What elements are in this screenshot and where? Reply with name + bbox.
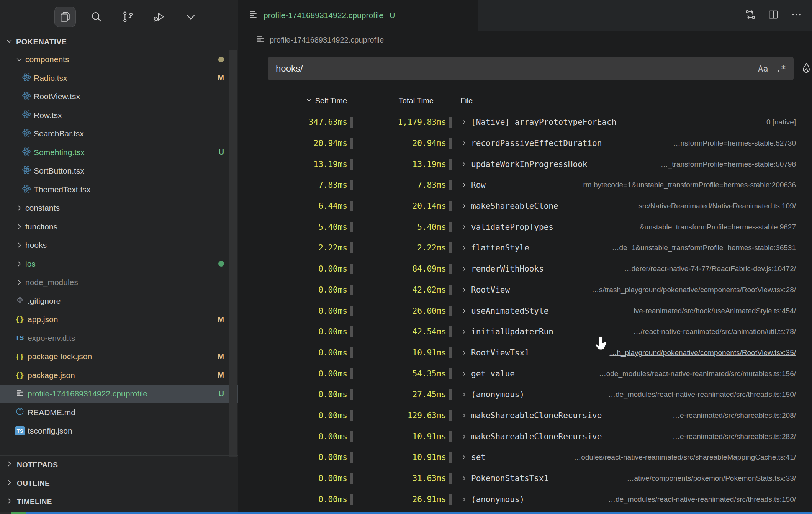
file-location-link[interactable]: …ive-reanimated/src/hook/useAnimatedStyl… <box>617 307 796 315</box>
table-row[interactable]: 13.19ms 13.19ms updateWorkInProgressHook… <box>238 154 812 175</box>
table-row[interactable]: 20.94ms 20.94ms recordPassiveEffectDurat… <box>238 133 812 154</box>
project-header[interactable]: POKENATIVE <box>0 34 238 50</box>
file-location-link[interactable]: …s/trash_playground/pokenative/component… <box>582 286 796 294</box>
table-row[interactable]: 0.00ms 26.91ms (anonymous) …de_modules/r… <box>238 489 812 510</box>
table-row[interactable]: 347.63ms 1,179.83ms [Native] arrayProtot… <box>238 112 812 133</box>
col-total-time[interactable]: Total Time <box>399 97 434 105</box>
tree-item[interactable]: SortButton.tsx <box>0 162 238 180</box>
table-row[interactable]: 0.00ms 26.00ms useAnimatedStyle …ive-rea… <box>238 300 812 321</box>
file-location-link[interactable]: …de=1&unstable_transformProfile=hermes-s… <box>602 244 796 252</box>
tree-item[interactable]: ThemedText.tsx <box>0 180 238 199</box>
panel-timeline[interactable]: TIMELINE <box>0 493 238 511</box>
col-file[interactable]: File <box>460 97 473 105</box>
expand-chevron-icon[interactable] <box>460 224 467 231</box>
sidebar-scrollbar[interactable] <box>229 50 237 457</box>
expand-chevron-icon[interactable] <box>460 412 467 419</box>
expand-chevron-icon[interactable] <box>460 286 467 293</box>
expand-chevron-icon[interactable] <box>460 182 467 188</box>
file-location-link[interactable]: …_transformProfile=hermes-stable:50798 <box>651 160 796 169</box>
tree-item[interactable]: {} app.json M <box>0 310 238 329</box>
tree-item[interactable]: node_modules <box>0 273 238 292</box>
tree-item[interactable]: TS expo-env.d.ts <box>0 329 238 348</box>
expand-chevron-icon[interactable] <box>460 496 467 503</box>
match-case-toggle[interactable]: Aa <box>758 64 768 74</box>
expand-chevron-icon[interactable] <box>460 244 467 251</box>
expand-chevron-icon[interactable] <box>460 391 467 398</box>
more-actions-icon[interactable] <box>791 9 802 22</box>
file-location-link[interactable]: …e-reanimated/src/shareables.ts:282/ <box>663 432 796 441</box>
tree-item[interactable]: Row.tsx <box>0 106 238 125</box>
more-views-icon[interactable] <box>180 7 201 27</box>
tree-item[interactable]: SearchBar.tsx <box>0 124 238 143</box>
search-icon[interactable] <box>86 7 107 27</box>
file-location-link[interactable]: …ode_modules/react-native-reanimated/src… <box>589 370 796 378</box>
split-editor-icon[interactable] <box>768 9 779 22</box>
file-location-link[interactable]: …nsformProfile=hermes-stable:52730 <box>663 139 796 147</box>
table-row[interactable]: 0.00ms 27.45ms (anonymous) …de_modules/r… <box>238 384 812 405</box>
panel-notepads[interactable]: NOTEPADS <box>0 455 238 474</box>
regex-toggle[interactable]: .* <box>776 64 786 74</box>
expand-chevron-icon[interactable] <box>460 370 467 377</box>
table-row[interactable]: 0.00ms 10.91ms makeShareableCloneRecursi… <box>238 426 812 447</box>
table-row[interactable]: 0.00ms 26.91ms executeOnUIRuntimeSync …a… <box>238 510 812 512</box>
tree-item[interactable]: profile-1741689314922.cpuprofile U <box>0 385 238 403</box>
tree-item[interactable]: functions <box>0 218 238 236</box>
table-row[interactable]: 0.00ms 42.54ms initialUpdaterRun …/react… <box>238 321 812 342</box>
expand-chevron-icon[interactable] <box>460 454 467 461</box>
tree-item[interactable]: components <box>0 50 238 69</box>
file-location-link[interactable]: …h_playground/pokenative/components/Root… <box>599 349 796 357</box>
tree-item[interactable]: TS tsconfig.json <box>0 422 238 440</box>
tree-item[interactable]: constants <box>0 199 238 218</box>
tree-item[interactable]: hooks <box>0 236 238 255</box>
search-input[interactable]: hooks/ Aa .* <box>268 57 794 80</box>
file-location-link[interactable]: …rm.bytecode=1&unstable_transformProfile… <box>566 181 796 189</box>
source-control-icon[interactable] <box>117 7 139 27</box>
table-row[interactable]: 7.83ms 7.83ms Row …rm.bytecode=1&unstabl… <box>238 175 812 196</box>
table-row[interactable]: 0.00ms 129.63ms makeShareableCloneRecurs… <box>238 405 812 426</box>
expand-chevron-icon[interactable] <box>460 265 467 272</box>
file-location-link[interactable]: …derer/react-native-74-77/ReactFabric-de… <box>614 265 796 273</box>
table-row[interactable]: 5.40ms 5.40ms validatePropTypes …&unstab… <box>238 216 812 237</box>
table-row[interactable]: 0.00ms 10.91ms set …odules/react-native-… <box>238 447 812 468</box>
file-location-link[interactable]: …&unstable_transformProfile=hermes-stabl… <box>622 223 796 231</box>
tree-item[interactable]: Radio.tsx M <box>0 69 238 88</box>
breadcrumb[interactable]: profile-1741689314922.cpuprofile <box>238 31 812 49</box>
expand-chevron-icon[interactable] <box>460 203 467 210</box>
expand-chevron-icon[interactable] <box>460 475 467 482</box>
expand-chevron-icon[interactable] <box>460 349 467 356</box>
col-self-time[interactable]: Self Time <box>315 97 347 105</box>
expand-chevron-icon[interactable] <box>460 308 467 314</box>
compare-changes-icon[interactable] <box>745 9 756 22</box>
tree-item[interactable]: {} package.json M <box>0 366 238 385</box>
tree-item[interactable]: Somehting.tsx U <box>0 143 238 162</box>
table-row[interactable]: 0.00ms 31.63ms PokemonStatsTsx1 …ative/c… <box>238 468 812 489</box>
table-row[interactable]: 0.00ms 84.09ms renderWithHooks …derer/re… <box>238 259 812 280</box>
file-location-link[interactable]: …/react-native-reanimated/src/animation/… <box>623 327 796 336</box>
expand-chevron-icon[interactable] <box>460 433 467 440</box>
file-location-link[interactable]: …de_modules/react-native-reanimated/src/… <box>598 495 796 504</box>
file-location-link[interactable]: 0:[native] <box>756 118 796 126</box>
tab-cpuprofile[interactable]: profile-1741689314922.cpuprofile U <box>238 0 478 31</box>
file-location-link[interactable]: …e-reanimated/src/shareables.ts:208/ <box>663 411 796 420</box>
tree-item[interactable]: README.md <box>0 403 238 422</box>
explorer-icon[interactable] <box>54 7 76 27</box>
expand-chevron-icon[interactable] <box>460 119 467 126</box>
file-location-link[interactable]: …ative/components/pokemon/PokemonStats.t… <box>617 474 796 483</box>
table-row[interactable]: 6.44ms 20.14ms makeShareableClone …src/N… <box>238 196 812 217</box>
debug-icon[interactable] <box>149 7 170 27</box>
tree-item[interactable]: {} package-lock.json M <box>0 347 238 366</box>
table-row[interactable]: 2.22ms 2.22ms flattenStyle …de=1&unstabl… <box>238 237 812 259</box>
expand-chevron-icon[interactable] <box>460 328 467 335</box>
file-location-link[interactable]: …src/NativeReanimated/NativeReanimated.t… <box>621 202 796 210</box>
expand-chevron-icon[interactable] <box>460 161 467 168</box>
file-location-link[interactable]: …de_modules/react-native-reanimated/src/… <box>598 390 796 399</box>
tree-item[interactable]: RootView.tsx <box>0 87 238 106</box>
expand-chevron-icon[interactable] <box>460 140 467 147</box>
tree-item[interactable]: ios <box>0 255 238 273</box>
flame-graph-icon[interactable] <box>801 62 812 75</box>
table-row[interactable]: 0.00ms 54.35ms get value …ode_modules/re… <box>238 363 812 384</box>
file-location-link[interactable]: …odules/react-native-reanimated/src/shar… <box>564 453 796 462</box>
table-row[interactable]: 0.00ms 42.02ms RootView …s/trash_playgro… <box>238 280 812 301</box>
tree-item[interactable]: .gitignore <box>0 292 238 311</box>
panel-outline[interactable]: OUTLINE <box>0 474 238 492</box>
